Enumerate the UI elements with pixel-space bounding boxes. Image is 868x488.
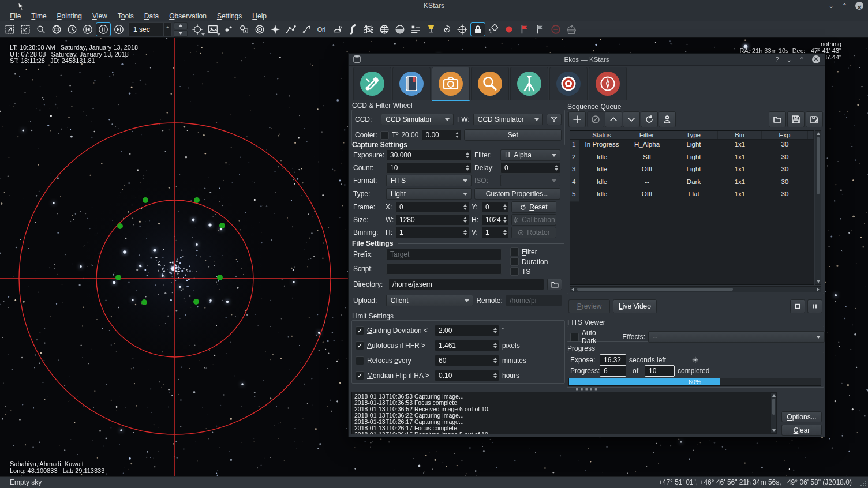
temperature-spinbox[interactable]: 0.00 xyxy=(421,129,461,141)
sequence-job-row[interactable]: 1In ProgressH_AlphaLight1x130 xyxy=(570,140,814,152)
save-sequence-button[interactable] xyxy=(787,111,805,127)
geolocation-icon[interactable] xyxy=(49,22,64,36)
stop-capture-button[interactable] xyxy=(790,299,805,313)
galaxy-view-icon[interactable] xyxy=(439,22,454,36)
toggle-ground-icon[interactable] xyxy=(392,22,407,36)
splitter-handle[interactable]: ■ ■ ■ ■ ■ xyxy=(349,387,825,391)
sequence-job-row[interactable]: 3IdleOIIILight1x130 xyxy=(570,164,814,177)
step-backward-icon[interactable] xyxy=(80,22,95,36)
close-icon[interactable]: ✕ xyxy=(855,2,863,10)
menu-tools[interactable]: Tools xyxy=(113,12,139,21)
filter-combo[interactable]: H_Alpha xyxy=(500,149,560,161)
center-telescope-icon[interactable] xyxy=(455,22,470,36)
supernova-alerts-icon[interactable] xyxy=(548,22,563,36)
column-header-type[interactable]: Type xyxy=(669,131,718,139)
pause-simulation-icon[interactable] xyxy=(96,22,111,36)
sequence-job-row[interactable]: 2IdleSIILight1x130 xyxy=(570,152,814,165)
ekos-close-icon[interactable]: ✕ xyxy=(812,55,820,63)
move-job-up-button[interactable] xyxy=(605,111,622,127)
time-step-spinbox[interactable]: 1 sec+− xyxy=(128,22,172,36)
sky-object-marker[interactable] xyxy=(194,197,200,203)
menu-file[interactable]: File xyxy=(5,12,26,21)
column-header-bin[interactable]: Bin xyxy=(718,131,762,139)
column-header-status[interactable]: Status xyxy=(579,131,624,139)
filter-manager-button[interactable] xyxy=(547,114,562,125)
minimize-icon[interactable]: ⌄ xyxy=(829,0,834,12)
guiding-deviation-spinbox[interactable]: 2.00 xyxy=(435,325,499,336)
sky-views-icon[interactable] xyxy=(205,22,220,36)
zoom-out-frame-icon[interactable] xyxy=(18,22,33,36)
menu-help[interactable]: Help xyxy=(247,12,272,21)
ccd-combo[interactable]: CCD Simulator xyxy=(381,114,454,125)
sequence-job-row[interactable]: 5IdleOIIIFlat1x130 xyxy=(570,189,814,202)
tab-capture[interactable] xyxy=(432,67,470,101)
measure-tool-icon[interactable] xyxy=(486,22,501,36)
clear-button[interactable]: Clear xyxy=(781,425,822,436)
live-video-button[interactable]: Live Video xyxy=(613,299,657,313)
menu-pointing[interactable]: Pointing xyxy=(52,12,87,21)
guiding-deviation-checkbox[interactable] xyxy=(356,326,364,335)
job-info-button[interactable] xyxy=(659,111,676,127)
lock-position-icon[interactable] xyxy=(470,22,485,36)
effects-combo[interactable]: -- xyxy=(648,331,825,343)
toggle-constellation-names-icon[interactable]: Ori xyxy=(315,22,330,36)
toggle-constellation-lines-icon[interactable] xyxy=(283,22,298,36)
autofocus-hfr-checkbox[interactable] xyxy=(356,341,364,350)
time-info-box[interactable]: LT: 10:28:08 AM Saturday, January 13, 20… xyxy=(10,44,138,65)
save-sequence-as-button[interactable] xyxy=(806,111,823,127)
size-w-spinbox[interactable]: 1280 xyxy=(395,214,469,226)
browse-directory-button[interactable] xyxy=(547,279,562,290)
reset-jobs-button[interactable] xyxy=(641,111,658,127)
toggle-supernovae-icon[interactable] xyxy=(299,22,314,36)
toggle-equatorial-grid-icon[interactable] xyxy=(361,22,376,36)
toggle-constellation-art-icon[interactable] xyxy=(330,22,345,36)
ekos-maximize-icon[interactable]: ⌃ xyxy=(799,56,805,63)
ekos-minimize-icon[interactable]: ⌄ xyxy=(787,56,792,63)
resize-grip[interactable] xyxy=(860,481,866,487)
zoom-in-frame-icon[interactable] xyxy=(2,22,17,36)
tab-focus[interactable] xyxy=(471,67,509,100)
size-h-spinbox[interactable]: 1024 xyxy=(481,214,509,226)
whats-interesting-icon[interactable] xyxy=(424,22,439,36)
menu-observation[interactable]: Observation xyxy=(164,12,212,21)
toggle-horizontal-grid-icon[interactable] xyxy=(377,22,392,36)
count-spinbox[interactable]: 10 xyxy=(386,162,472,174)
custom-properties-button[interactable]: Custom Properties... xyxy=(474,188,560,200)
column-header-exp[interactable]: Exp xyxy=(762,131,808,139)
toggle-milky-way-icon[interactable] xyxy=(346,22,361,36)
tab-guide[interactable] xyxy=(549,67,588,100)
type-combo[interactable]: Light xyxy=(386,188,472,200)
sky-object-marker[interactable] xyxy=(141,299,147,305)
queue-horizontal-scrollbar[interactable] xyxy=(570,286,821,292)
sky-object-marker[interactable] xyxy=(219,223,225,228)
tab-setup[interactable] xyxy=(353,67,391,100)
time-step-updown[interactable] xyxy=(174,22,188,37)
table-header[interactable]: StatusFilterTypeBinExp xyxy=(570,131,814,140)
sky-object-marker[interactable] xyxy=(143,197,148,203)
exposure-spinbox[interactable]: 30.000 xyxy=(386,149,472,161)
bin-h-spinbox[interactable]: 1 xyxy=(395,227,469,238)
log-output[interactable]: 2018-01-13T10:36:53 Capturing image...20… xyxy=(351,392,777,434)
meridian-flip-spinbox[interactable]: 0.10 xyxy=(435,370,499,381)
menu-view[interactable]: View xyxy=(87,12,113,21)
tab-scheduler[interactable] xyxy=(392,67,431,100)
refocus-every-checkbox[interactable] xyxy=(356,356,364,365)
format-combo[interactable]: FITS xyxy=(386,175,472,186)
frame-y-spinbox[interactable]: 0 xyxy=(481,201,509,213)
open-sequence-button[interactable] xyxy=(769,111,786,127)
ekos-titlebar[interactable]: Ekos — KStars ? ⌄ ⌃ ✕ xyxy=(349,54,825,66)
log-vertical-scrollbar[interactable] xyxy=(770,392,777,434)
sky-object-marker[interactable] xyxy=(193,299,199,305)
add-job-button[interactable] xyxy=(568,111,586,127)
meridian-flip-checkbox[interactable] xyxy=(356,371,364,380)
options-button[interactable]: Options... xyxy=(781,411,822,422)
find-object-icon[interactable] xyxy=(33,22,48,36)
cooler-checkbox[interactable] xyxy=(380,131,389,140)
tab-mount[interactable] xyxy=(510,67,548,100)
toggle-flags-list-icon[interactable] xyxy=(408,22,423,36)
script-input[interactable] xyxy=(386,263,502,275)
sky-object-marker[interactable] xyxy=(217,275,223,280)
sky-object-marker[interactable] xyxy=(115,275,121,280)
location-info-box[interactable]: Sabahiya, Ahmadi, KuwaitLong: 48.100833 … xyxy=(10,461,104,474)
refocus-every-spinbox[interactable]: 60 xyxy=(435,355,499,366)
